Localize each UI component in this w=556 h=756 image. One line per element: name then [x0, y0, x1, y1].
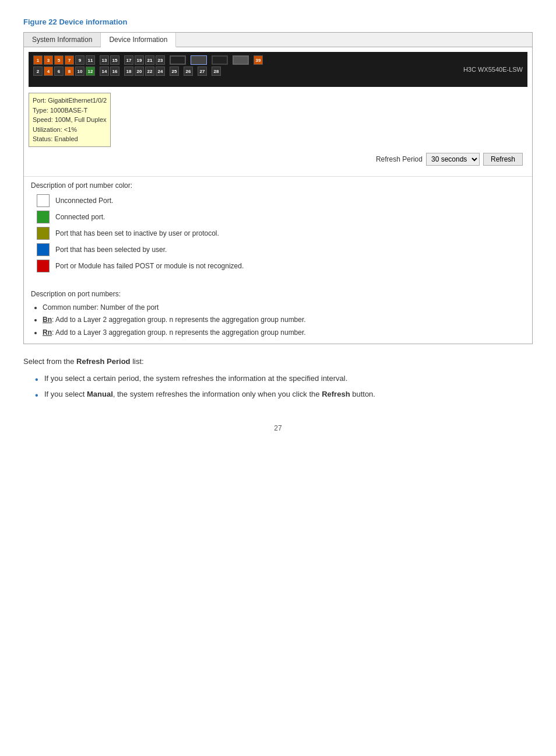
- port-19[interactable]: 19: [135, 55, 144, 65]
- port-24[interactable]: 24: [156, 66, 165, 76]
- port-25[interactable]: 25: [170, 66, 179, 76]
- device-label: H3C WX5540E-LSW: [463, 66, 523, 73]
- port-mod2[interactable]: [191, 55, 207, 65]
- port-numbers-title: Description on port numbers:: [31, 290, 525, 298]
- port-8[interactable]: 8: [65, 66, 74, 76]
- prose-intro: Select from the Refresh Period list:: [23, 356, 533, 368]
- legend-color-blue: [37, 243, 50, 256]
- port-10[interactable]: 10: [75, 66, 85, 76]
- refresh-button[interactable]: Refresh: [483, 153, 523, 166]
- port-2[interactable]: 2: [33, 66, 43, 76]
- port-28[interactable]: 28: [212, 66, 221, 76]
- port-mod3[interactable]: [212, 55, 228, 65]
- page-number: 27: [23, 424, 533, 432]
- tab-bar: System Information Device Information: [24, 33, 532, 47]
- port-numbers-list: Common number: Number of the port Bn: Ad…: [31, 302, 525, 340]
- legend-text-selected: Port that has been selected by user.: [55, 246, 167, 254]
- port-numbers-section: Description on port numbers: Common numb…: [24, 285, 532, 344]
- legend-row-unconnected: Unconnected Port.: [37, 194, 525, 207]
- port-mod1[interactable]: [170, 55, 186, 65]
- refresh-period-select[interactable]: 30 seconds 1 minute 2 minutes 5 minutes …: [426, 153, 480, 166]
- port-mod4[interactable]: [233, 55, 249, 65]
- port-15[interactable]: 15: [110, 55, 119, 65]
- port-5[interactable]: 5: [54, 55, 64, 65]
- port-4[interactable]: 4: [44, 66, 53, 76]
- legend-row-inactive: Port that has been set to inactive by us…: [37, 227, 525, 240]
- refresh-row: Refresh Period 30 seconds 1 minute 2 min…: [29, 147, 527, 172]
- panel-body: 1 3 5 7 9 11 13 15 17 19 21 23: [24, 47, 532, 176]
- port-16[interactable]: 16: [110, 66, 119, 76]
- legend-row-failed: Port or Module has failed POST or module…: [37, 260, 525, 272]
- color-description-section: Description of port number color: Unconn…: [24, 176, 532, 285]
- color-desc-title: Description of port number color:: [31, 181, 525, 190]
- prose-section: Select from the Refresh Period list: If …: [23, 356, 533, 400]
- prose-bullet-2: If you select Manual, the system refresh…: [35, 388, 533, 401]
- tab-device-information[interactable]: Device Information: [101, 33, 176, 47]
- port-23[interactable]: 23: [156, 55, 165, 65]
- port-diagram: 1 3 5 7 9 11 13 15 17 19 21 23: [29, 52, 527, 87]
- port-14[interactable]: 14: [100, 66, 109, 76]
- port-39[interactable]: 39: [254, 55, 263, 65]
- tab-system-information[interactable]: System Information: [24, 33, 101, 47]
- port-7[interactable]: 7: [65, 55, 74, 65]
- port-26[interactable]: 26: [184, 66, 193, 76]
- legend-text-inactive: Port that has been set to inactive by us…: [55, 229, 219, 237]
- color-legend: Unconnected Port. Connected port. Port t…: [31, 194, 525, 272]
- legend-row-selected: Port that has been selected by user.: [37, 243, 525, 256]
- port-9[interactable]: 9: [75, 55, 85, 65]
- legend-color-red: [37, 260, 50, 272]
- port-11[interactable]: 11: [86, 55, 95, 65]
- legend-color-olive: [37, 227, 50, 240]
- port-20[interactable]: 20: [135, 66, 144, 76]
- port-1[interactable]: 1: [33, 55, 43, 65]
- device-panel: System Information Device Information 1 …: [23, 32, 533, 344]
- port-21[interactable]: 21: [145, 55, 154, 65]
- port-3[interactable]: 3: [44, 55, 53, 65]
- port-tooltip: Port: GigabitEthernet1/0/2 Type: 1000BAS…: [29, 93, 111, 147]
- prose-bullet-list: If you select a certain period, the syst…: [23, 373, 533, 401]
- legend-row-connected: Connected port.: [37, 211, 525, 223]
- legend-text-connected: Connected port.: [55, 213, 105, 221]
- prose-bullet-1: If you select a certain period, the syst…: [35, 373, 533, 385]
- figure-title: Figure 22 Device information: [23, 18, 533, 26]
- legend-color-green: [37, 211, 50, 223]
- port-num-item-1: Common number: Number of the port: [43, 302, 525, 314]
- legend-color-white: [37, 194, 50, 207]
- port-22[interactable]: 22: [145, 66, 154, 76]
- port-27[interactable]: 27: [198, 66, 207, 76]
- port-num-item-2: Bn: Add to a Layer 2 aggregation group. …: [43, 314, 525, 327]
- port-12[interactable]: 12: [86, 66, 95, 76]
- legend-text-unconnected: Unconnected Port.: [55, 197, 113, 205]
- refresh-period-label: Refresh Period: [376, 155, 423, 163]
- port-6[interactable]: 6: [54, 66, 64, 76]
- port-13[interactable]: 13: [100, 55, 109, 65]
- port-num-item-3: Rn: Add to a Layer 3 aggregation group. …: [43, 327, 525, 340]
- port-17[interactable]: 17: [124, 55, 133, 65]
- legend-text-failed: Port or Module has failed POST or module…: [55, 262, 244, 270]
- port-18[interactable]: 18: [124, 66, 133, 76]
